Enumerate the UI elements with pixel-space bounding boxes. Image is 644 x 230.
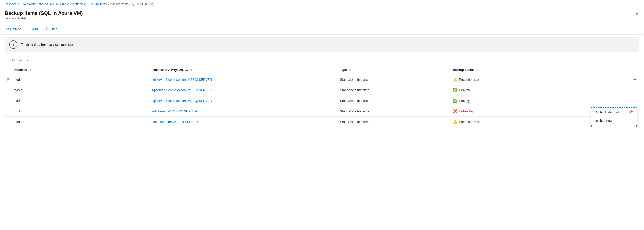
toolbar: ↻ Refresh + Add ⊤ Filter [0,23,644,34]
col-type-header: Type ↑↓ [338,66,451,74]
sort-arrows-type[interactable]: ↑↓ [348,68,351,71]
info-banner: i Fetching data from service completed. [4,37,640,52]
sort-arrows-instance[interactable]: ↑↓ [190,68,192,71]
filter-bar: 🔍 [0,55,644,66]
row-type: Standalone Instance [338,106,451,117]
table-header-row: Database ↑↓ Instance or AlwaysOn AG ↑↓ T… [4,66,640,74]
status-text: Healthy [459,99,470,103]
refresh-label: Refresh [10,27,22,31]
row-instance[interactable]: sqlserver-1.contoso.com\MSSQLSERVER [150,85,338,95]
header-left: Backup Items (SQL in Azure VM) mercuryso… [4,10,83,20]
row-status: ⚠️Protection stop [451,74,589,85]
add-button[interactable]: + Add [28,26,39,32]
context-menu-item-pin[interactable]: Pin to dashboard 📌 [591,108,637,117]
row-icon-cell: ⊖ [4,74,12,85]
row-more-cell[interactable]: ··· [589,74,640,85]
row-database: msdb [12,95,150,106]
warning-icon: ⚠️ [453,120,458,124]
breadcrumb-sep-2: › [60,2,61,6]
backup-now-label: Backup now [595,119,612,123]
filter-button[interactable]: ⊤ Filter [44,26,58,32]
col-icon-header [4,66,12,74]
row-status: ❌Unhealthy [451,106,589,117]
instance-link[interactable]: sqlserver-1.contoso.com\MSSQLSERVER [152,99,212,103]
row-icon-cell [4,85,12,95]
table-row: ⊖modelsqlserver-1.contoso.com\MSSQLSERVE… [4,74,640,85]
status-text: Protection stop [459,78,480,81]
breadcrumb-backup-items[interactable]: mercurysoftdelete - Backup items [62,2,106,6]
row-status: ✅Healthy [451,95,589,106]
row-more-cell[interactable]: ··· [589,85,640,95]
row-database: msdb [12,106,150,117]
row-database: model [12,74,150,85]
pin-to-dashboard-label: Pin to dashboard [595,110,619,114]
page-header: Backup Items (SQL in Azure VM) mercuryso… [0,8,644,23]
row-type: Standalone Instance [338,117,451,127]
table-row: msdbsqlserver-1.contoso.com\MSSQLSERVERS… [4,95,640,106]
col-more-header [589,66,640,74]
breadcrumb-sep-1: › [21,2,22,6]
row-instance[interactable]: softdelmervm6\MSSQLSERVER [150,117,338,127]
status-text: Protection stop [459,120,480,124]
breadcrumb-dashboard[interactable]: Dashboard [4,2,19,6]
status-text: Healthy [459,88,470,92]
context-menu-item-restore[interactable]: Restore [591,125,637,127]
page-subtitle: mercurysoftdelete [4,17,83,20]
col-database-header: Database ↑↓ [12,66,150,74]
backup-items-table: Database ↑↓ Instance or AlwaysOn AG ↑↓ T… [4,66,640,127]
instance-link[interactable]: sqlserver-1.contoso.com\MSSQLSERVER [152,78,212,81]
table-container: Database ↑↓ Instance or AlwaysOn AG ↑↓ T… [0,66,644,127]
more-options-button[interactable]: ··· [631,98,638,103]
healthy-icon: ✅ [453,98,458,103]
row-status: ✅Healthy [451,85,589,95]
add-label: Add [32,27,38,31]
breadcrumb-sep-3: › [108,2,109,6]
status-text: Unhealthy [459,109,474,113]
table-row: msdbsofdelmervm2\MSSQLSERVERStandalone I… [4,106,640,117]
col-status-header: Backup Status ↑↓ [451,66,589,74]
pin-icon: 📌 [628,110,633,114]
row-instance[interactable]: sqlserver-1.contoso.com\MSSQLSERVER [150,95,338,106]
context-menu-item-backup-now[interactable]: Backup now [591,117,637,125]
breadcrumb-current: Backup Items (SQL in Azure VM) [110,2,154,6]
warning-icon: ⚠️ [453,77,458,82]
row-type: Standalone Instance [338,85,451,95]
row-instance[interactable]: sofdelmervm2\MSSQLSERVER [150,106,338,117]
row-more-cell[interactable]: ··· [589,95,640,106]
more-options-button[interactable]: ··· [631,87,638,93]
filter-label: Filter [50,27,56,31]
col-instance-header: Instance or AlwaysOn AG ↑↓ [150,66,338,74]
row-instance[interactable]: sqlserver-1.contoso.com\MSSQLSERVER [150,74,338,85]
refresh-icon: ↻ [6,27,9,31]
context-menu: Pin to dashboard 📌 Backup now Restore St… [591,107,637,127]
info-text: Fetching data from service completed. [21,43,75,46]
row-icon-cell [4,95,12,106]
row-status: ⚠️Protection stop [451,117,589,127]
row-type: Standalone Instance [338,95,451,106]
healthy-icon: ✅ [453,88,458,92]
instance-link[interactable]: softdelmervm6\MSSQLSERVER [152,120,198,124]
row-icon-cell [4,106,12,117]
more-options-button[interactable]: ··· [631,77,638,82]
sort-arrows-db[interactable]: ↑↓ [28,68,31,71]
search-input[interactable] [4,57,640,64]
row-database: model [12,117,150,127]
instance-link[interactable]: sqlserver-1.contoso.com\MSSQLSERVER [152,88,212,92]
table-row: mastersqlserver-1.contoso.com\MSSQLSERVE… [4,85,640,95]
row-type: Standalone Instance [338,74,451,85]
close-button[interactable]: × [635,10,640,17]
breadcrumb-recovery[interactable]: Recovery Services BVTD2 [23,2,58,6]
refresh-button[interactable]: ↻ Refresh [4,26,23,32]
breadcrumb: Dashboard › Recovery Services BVTD2 › me… [0,0,644,8]
row-icon-cell [4,117,12,127]
sort-arrows-status[interactable]: ↑↓ [476,68,478,71]
page-title: Backup Items (SQL in Azure VM) [4,10,83,16]
add-icon: + [29,27,31,31]
error-icon: ❌ [453,109,458,113]
instance-link[interactable]: sofdelmervm2\MSSQLSERVER [152,109,197,113]
filter-icon: ⊤ [45,27,48,31]
table-row: modelsoftdelmervm6\MSSQLSERVERStandalone… [4,117,640,127]
remove-icon: ⊖ [6,77,10,82]
row-database: master [12,85,150,95]
info-icon: i [9,40,18,49]
